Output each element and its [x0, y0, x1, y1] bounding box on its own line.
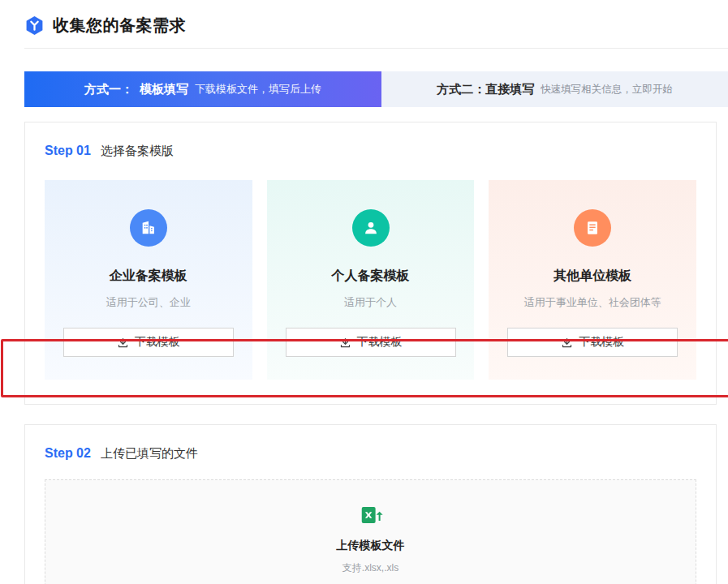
template-cards: 企业备案模板 适用于公司、企业 下载模板 个人备案模板 适用于个人: [25, 172, 716, 404]
download-personal-template-button[interactable]: 下载模板: [286, 328, 456, 357]
tab2-desc: 快速填写相关信息，立即开始: [541, 83, 673, 97]
step1-label: Step 01: [45, 144, 91, 158]
document-icon: [574, 209, 611, 247]
tab2-label: 方式二：: [437, 82, 485, 97]
method-tabs: 方式一： 模板填写 下载模板文件，填写后上传 方式二： 直接填写 快速填写相关信…: [24, 71, 728, 107]
card-desc: 适用于事业单位、社会团体等: [489, 295, 696, 310]
card-personal-template: 个人备案模板 适用于个人 下载模板: [267, 180, 475, 380]
card-other-org-template: 其他单位模板 适用于事业单位、社会团体等 下载模板: [489, 180, 696, 380]
download-other-template-button[interactable]: 下载模板: [507, 328, 678, 357]
page-title: 收集您的备案需求: [53, 15, 186, 36]
tab-method-direct[interactable]: 方式二： 直接填写 快速填写相关信息，立即开始: [381, 71, 728, 107]
card-title: 企业备案模板: [45, 268, 252, 285]
step2-header: Step 02 上传已填写的文件: [25, 425, 716, 474]
download-button-label: 下载模板: [135, 335, 180, 350]
tab1-label: 方式一：: [84, 82, 133, 97]
tab1-desc: 下载模板文件，填写后上传: [195, 82, 321, 97]
card-enterprise-template: 企业备案模板 适用于公司、企业 下载模板: [45, 180, 252, 380]
step2-title: 上传已填写的文件: [101, 446, 198, 462]
excel-upload-icon: [45, 503, 696, 530]
upload-dropzone[interactable]: 上传模板文件 支持.xlsx,.xls: [45, 479, 696, 584]
card-title: 个人备案模板: [267, 268, 475, 285]
download-icon: [561, 337, 573, 349]
tab2-name: 直接填写: [485, 82, 534, 97]
header-divider: [24, 48, 728, 49]
download-icon: [117, 337, 129, 349]
card-desc: 适用于公司、企业: [45, 295, 252, 310]
step1-panel: Step 01 选择备案模版 企业备案模板 适用于公司、企业: [24, 122, 717, 405]
card-title: 其他单位模板: [489, 268, 696, 285]
download-button-label: 下载模板: [579, 335, 624, 350]
page-header: 收集您的备案需求: [0, 0, 728, 48]
step1-header: Step 01 选择备案模版: [25, 122, 716, 172]
step2-panel: Step 02 上传已填写的文件 上传模板文件 支持.xlsx,.xls: [24, 424, 717, 584]
app-logo-icon: [24, 15, 45, 36]
tab1-name: 模板填写: [140, 82, 188, 97]
download-icon: [339, 337, 351, 349]
card-desc: 适用于个人: [267, 295, 475, 310]
tab-method-template[interactable]: 方式一： 模板填写 下载模板文件，填写后上传: [24, 71, 381, 107]
upload-hint: 支持.xlsx,.xls: [45, 561, 696, 575]
download-button-label: 下载模板: [357, 335, 403, 350]
step2-label: Step 02: [45, 446, 91, 461]
download-enterprise-template-button[interactable]: 下载模板: [63, 328, 234, 357]
building-icon: [130, 209, 167, 247]
upload-title: 上传模板文件: [45, 539, 696, 553]
step1-title: 选择备案模版: [101, 144, 174, 159]
person-icon: [352, 209, 390, 247]
